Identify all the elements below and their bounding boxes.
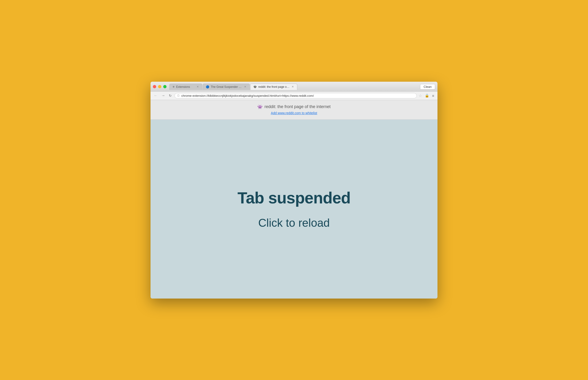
tab-extensions-label: Extensions (176, 85, 194, 89)
address-bar: ← → ↻ 🗋 ☆ 🔒 ≡ (151, 92, 437, 100)
site-title-text: reddit: the front page of the internet (264, 104, 330, 109)
site-title-row: 👾 reddit: the front page of the internet (155, 104, 433, 110)
tab-great-suspender[interactable]: 🔵 The Great Suspender - Ch… ✕ (203, 84, 250, 90)
page-header: 👾 reddit: the front page of the internet… (151, 100, 437, 120)
close-button[interactable] (153, 85, 156, 88)
extensions-tab-icon: ✳ (173, 85, 175, 89)
extension-icon[interactable]: 🔒 (424, 93, 430, 98)
tab-empty (298, 87, 307, 90)
tab-reddit-close[interactable]: ✕ (291, 85, 294, 89)
tab-great-suspender-close[interactable]: ✕ (243, 85, 247, 89)
tab-reddit-label: reddit: the front page of th… (258, 85, 290, 89)
suspended-page-content[interactable]: Tab suspended Click to reload (151, 120, 437, 299)
tab-extensions[interactable]: ✳ Extensions ✕ (169, 84, 202, 90)
reddit-tab-icon: 👽 (253, 85, 257, 89)
menu-icon[interactable]: ≡ (431, 93, 435, 98)
click-to-reload-text: Click to reload (258, 216, 330, 229)
url-bar[interactable]: 🗋 (174, 93, 417, 98)
back-button[interactable]: ← (153, 93, 158, 98)
tab-reddit[interactable]: 👽 reddit: the front page of th… ✕ (250, 84, 297, 90)
tab-extensions-close[interactable]: ✕ (196, 85, 199, 89)
tab-great-suspender-label: The Great Suspender - Ch… (211, 85, 242, 89)
whitelist-link[interactable]: Add www.reddit.com to whitelist (271, 111, 317, 115)
great-suspender-tab-icon: 🔵 (206, 85, 209, 89)
refresh-button[interactable]: ↻ (168, 93, 173, 98)
window-controls (153, 85, 167, 88)
toolbar-icons: 🔒 ≡ (424, 93, 435, 98)
url-input[interactable] (181, 94, 414, 97)
tabs-row: ✳ Extensions ✕ 🔵 The Great Suspender - C… (169, 84, 308, 90)
reddit-logo-icon: 👾 (257, 104, 262, 110)
maximize-button[interactable] (163, 85, 167, 88)
title-bar: ✳ Extensions ✕ 🔵 The Great Suspender - C… (151, 82, 437, 92)
tab-suspended-heading: Tab suspended (238, 189, 351, 207)
page-icon: 🗋 (177, 94, 180, 97)
forward-button[interactable]: → (160, 93, 166, 98)
bookmark-star-icon[interactable]: ☆ (419, 94, 422, 98)
minimize-button[interactable] (158, 85, 161, 88)
browser-window: ✳ Extensions ✕ 🔵 The Great Suspender - C… (151, 82, 437, 299)
clean-button[interactable]: Clean (420, 84, 435, 90)
